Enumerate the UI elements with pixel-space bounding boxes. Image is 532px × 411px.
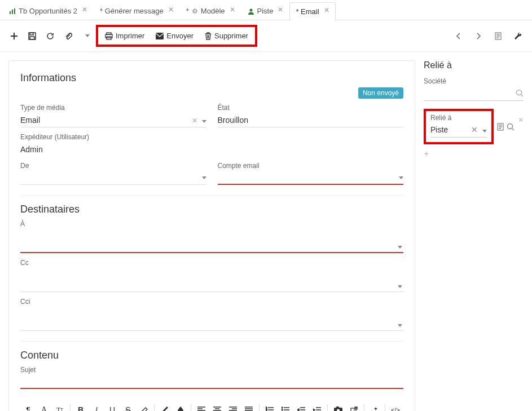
tab-generer[interactable]: * Générer message ✕ [94, 2, 180, 20]
chevron-down-icon[interactable] [399, 176, 403, 179]
magic-icon[interactable] [367, 403, 382, 411]
add-relation-button[interactable]: + [424, 149, 524, 159]
close-icon[interactable]: ✕ [518, 116, 524, 124]
prev-button[interactable] [450, 28, 467, 45]
wrench-icon[interactable] [509, 28, 526, 45]
section-title-info: Informations [20, 72, 403, 84]
camera-icon[interactable] [330, 403, 346, 411]
to-label: À [20, 220, 403, 228]
tab-label: * Générer message [100, 7, 164, 15]
print-label: Imprimer [116, 32, 144, 40]
side-panel: Relié à Société Relié à Piste ✕ ✕ + [424, 60, 524, 411]
bold-icon[interactable]: B [73, 403, 89, 411]
brush-icon[interactable] [157, 403, 173, 411]
sender-value: Admin [20, 145, 43, 154]
svg-point-24 [508, 123, 513, 129]
search-icon[interactable] [507, 123, 515, 131]
svg-point-15 [282, 407, 283, 408]
indent-icon[interactable] [309, 403, 325, 411]
close-icon[interactable]: ✕ [82, 6, 87, 14]
state-value: Brouillon [218, 116, 248, 125]
refresh-button[interactable] [42, 28, 59, 45]
to-field[interactable] [20, 229, 403, 253]
clear-icon[interactable]: ✕ [192, 117, 197, 125]
media-label: Type de média [20, 104, 206, 112]
trash-icon [205, 32, 212, 40]
relie-highlight: Relié à Piste ✕ [424, 109, 494, 144]
list-bullet-icon[interactable] [278, 403, 293, 411]
external-link-icon[interactable] [346, 403, 362, 411]
dropdown-caret[interactable] [78, 28, 95, 45]
underline-icon[interactable]: U [104, 403, 120, 411]
cc-label: Cc [20, 259, 403, 267]
tab-modele[interactable]: * ⚙ Modèle ✕ [180, 2, 241, 20]
send-label: Envoyer [166, 32, 194, 40]
form-card: Informations Non envoyé Type de média Em… [8, 60, 415, 411]
bcc-label: Cci [20, 298, 403, 306]
attach-button[interactable] [60, 28, 77, 45]
search-icon[interactable] [516, 89, 524, 97]
chevron-down-icon[interactable] [398, 324, 402, 327]
align-center-icon[interactable] [209, 403, 225, 411]
from-field[interactable] [20, 171, 206, 185]
envelope-icon [156, 33, 164, 39]
code-icon[interactable]: </> [388, 403, 403, 411]
account-field[interactable] [218, 171, 404, 185]
close-icon[interactable]: ✕ [324, 6, 329, 14]
close-icon[interactable]: ✕ [168, 6, 174, 14]
delete-label: Supprimer [214, 32, 248, 40]
user-icon [248, 8, 254, 15]
italic-icon[interactable]: I [89, 403, 104, 411]
list-ordered-icon[interactable]: 123 [262, 403, 278, 411]
tab-opportunites[interactable]: Tb Opportunités 2 ✕ [3, 2, 94, 20]
document-icon[interactable] [490, 28, 507, 45]
add-button[interactable] [6, 28, 23, 45]
bcc-field[interactable] [20, 307, 403, 331]
tab-bar: Tb Opportunités 2 ✕ * Générer message ✕ … [0, 0, 532, 20]
tab-email[interactable]: * Email ✕ [289, 2, 335, 20]
tab-piste[interactable]: Piste ✕ [241, 2, 290, 20]
chevron-down-icon[interactable] [202, 176, 206, 179]
editor-toolbar: ¶ A TT B I U S 123 [20, 399, 403, 411]
next-button[interactable] [470, 28, 487, 45]
pilcrow-icon[interactable]: ¶ [20, 403, 36, 411]
svg-point-22 [517, 90, 522, 95]
chevron-down-icon[interactable] [482, 130, 487, 132]
close-icon[interactable]: ✕ [230, 6, 235, 14]
save-button[interactable] [24, 28, 41, 45]
tab-label: Piste [257, 7, 274, 15]
from-label: De [20, 162, 206, 170]
company-field[interactable] [424, 86, 524, 101]
send-button[interactable]: Envoyer [150, 29, 199, 43]
close-icon[interactable]: ✕ [278, 6, 283, 14]
chevron-down-icon[interactable] [202, 120, 206, 123]
font-family-icon[interactable]: A [36, 403, 52, 411]
chevron-down-icon[interactable] [398, 246, 402, 249]
document-icon[interactable] [497, 123, 504, 131]
align-right-icon[interactable] [225, 403, 241, 411]
delete-button[interactable]: Supprimer [199, 29, 254, 43]
side-title: Relié à [424, 60, 524, 70]
cc-field[interactable] [20, 268, 403, 292]
chevron-down-icon[interactable] [398, 285, 402, 288]
sender-field: Admin [20, 143, 206, 156]
erase-icon[interactable] [136, 403, 152, 411]
strike-icon[interactable]: S [120, 403, 136, 411]
print-button[interactable]: Imprimer [99, 29, 150, 43]
relie-field[interactable]: Piste ✕ [430, 123, 487, 138]
drop-icon[interactable] [173, 403, 188, 411]
font-size-icon[interactable]: TT [52, 403, 68, 411]
status-badge: Non envoyé [358, 87, 403, 99]
align-justify-icon[interactable] [241, 403, 257, 411]
align-left-icon[interactable] [194, 403, 209, 411]
tab-label: Modèle [201, 7, 225, 15]
outdent-icon[interactable] [293, 403, 309, 411]
gear-icon: ⚙ [192, 7, 198, 15]
clear-icon[interactable]: ✕ [471, 125, 478, 134]
tab-label: * [186, 7, 189, 15]
subject-label: Sujet [20, 366, 403, 374]
media-field[interactable]: Email ✕ [20, 113, 206, 127]
svg-rect-5 [30, 33, 33, 35]
account-label: Compte email [218, 162, 404, 170]
subject-field[interactable] [20, 375, 403, 389]
